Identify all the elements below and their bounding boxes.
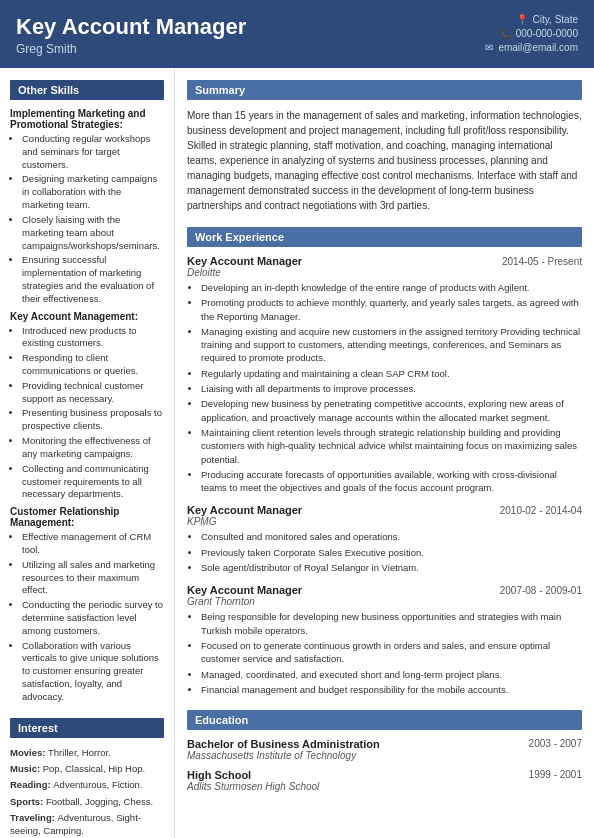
list-item: Conducting regular workshops and seminar…: [22, 133, 164, 171]
interest-music: Music: Pop, Classical, Hip Hop.: [10, 762, 164, 775]
job-dates-3: 2007-08 - 2009-01: [500, 585, 582, 596]
job-title-2: Key Account Manager: [187, 504, 302, 516]
edu-header-2: High School 1999 - 2001: [187, 769, 582, 781]
job-company-1: Deloitte: [187, 267, 582, 278]
interest-traveling: Traveling: Adventurous, Sight-seeing, Ca…: [10, 811, 164, 838]
email-icon: ✉: [485, 42, 493, 53]
candidate-name: Greg Smith: [16, 42, 246, 56]
list-item: Promoting products to achieve monthly, q…: [201, 296, 582, 323]
list-item: Collaboration with various verticals to …: [22, 640, 164, 704]
interest-value: Pop, Classical, Hip Hop.: [43, 763, 145, 774]
list-item: Ensuring successful implementation of ma…: [22, 254, 164, 305]
summary-heading: Summary: [187, 80, 582, 100]
edu-dates-2: 1999 - 2001: [529, 769, 582, 781]
interest-sports: Sports: Football, Jogging, Chess.: [10, 795, 164, 808]
other-skills-heading: Other Skills: [10, 80, 164, 100]
phone-text: 000-000-0000: [516, 28, 578, 39]
other-skills-section: Other Skills Implementing Marketing and …: [10, 80, 164, 704]
contact-email: ✉ email@email.com: [485, 42, 578, 53]
location-icon: 📍: [516, 14, 528, 25]
header-left: Key Account Manager Greg Smith: [16, 14, 246, 56]
skills-sub-1: Implementing Marketing and Promotional S…: [10, 108, 164, 130]
list-item: Effective management of CRM tool.: [22, 531, 164, 557]
list-item: Being responsible for developing new bus…: [201, 610, 582, 637]
job-title-3: Key Account Manager: [187, 584, 302, 596]
job-dates-2: 2010-02 - 2014-04: [500, 505, 582, 516]
list-item: Producing accurate forecasts of opportun…: [201, 468, 582, 495]
contact-phone: 📞 000-000-0000: [499, 28, 578, 39]
interest-label: Music:: [10, 763, 43, 774]
header-right: 📍 City, State 📞 000-000-0000 ✉ email@ema…: [485, 14, 578, 53]
job-bullets-2: Consulted and monitored sales and operat…: [187, 530, 582, 574]
education-heading: Education: [187, 710, 582, 730]
list-item: Utilizing all sales and marketing resour…: [22, 559, 164, 597]
skills-list-3: Effective management of CRM tool. Utiliz…: [10, 531, 164, 704]
location-text: City, State: [533, 14, 578, 25]
list-item: Previously taken Corporate Sales Executi…: [201, 546, 582, 559]
interest-heading: Interest: [10, 718, 164, 738]
interest-value: Thriller, Horror.: [48, 747, 111, 758]
list-item: Collecting and communicating customer re…: [22, 463, 164, 501]
job-entry-1: Key Account Manager 2014-05 - Present De…: [187, 255, 582, 494]
summary-section: Summary More than 15 years in the manage…: [187, 80, 582, 213]
email-text: email@email.com: [498, 42, 578, 53]
list-item: Monitoring the effectiveness of any mark…: [22, 435, 164, 461]
edu-dates-1: 2003 - 2007: [529, 738, 582, 750]
edu-degree-1: Bachelor of Business Administration: [187, 738, 380, 750]
edu-entry-2: High School 1999 - 2001 Adlits Sturmosen…: [187, 769, 582, 792]
job-title-1: Key Account Manager: [187, 255, 302, 267]
list-item: Focused on to generate continuous growth…: [201, 639, 582, 666]
skills-sub-2: Key Account Management:: [10, 311, 164, 322]
edu-school-2: Adlits Sturmosen High School: [187, 781, 582, 792]
interest-value: Football, Jogging, Chess.: [46, 796, 153, 807]
list-item: Conducting the periodic survey to determ…: [22, 599, 164, 637]
list-item: Closely liaising with the marketing team…: [22, 214, 164, 252]
summary-text: More than 15 years in the management of …: [187, 108, 582, 213]
list-item: Maintaining client retention levels thro…: [201, 426, 582, 466]
interest-label: Reading:: [10, 779, 53, 790]
job-entry-3: Key Account Manager 2007-08 - 2009-01 Gr…: [187, 584, 582, 696]
list-item: Designing marketing campaigns in collabo…: [22, 173, 164, 211]
interest-section: Interest Movies: Thriller, Horror. Music…: [10, 718, 164, 838]
skills-sub-3: Customer Relationship Management:: [10, 506, 164, 528]
interest-label: Sports:: [10, 796, 46, 807]
list-item: Sole agent/distributor of Royal Selangor…: [201, 561, 582, 574]
job-company-3: Grant Thornton: [187, 596, 582, 607]
list-item: Regularly updating and maintaining a cle…: [201, 367, 582, 380]
job-header-3: Key Account Manager 2007-08 - 2009-01: [187, 584, 582, 596]
interest-label: Movies:: [10, 747, 48, 758]
list-item: Developing new business by penetrating c…: [201, 397, 582, 424]
job-header-1: Key Account Manager 2014-05 - Present: [187, 255, 582, 267]
job-dates-1: 2014-05 - Present: [502, 256, 582, 267]
list-item: Consulted and monitored sales and operat…: [201, 530, 582, 543]
phone-icon: 📞: [499, 28, 511, 39]
list-item: Managed, coordinated, and executed short…: [201, 668, 582, 681]
list-item: Presenting business proposals to prospec…: [22, 407, 164, 433]
list-item: Financial management and budget responsi…: [201, 683, 582, 696]
header: Key Account Manager Greg Smith 📍 City, S…: [0, 0, 594, 68]
edu-header-1: Bachelor of Business Administration 2003…: [187, 738, 582, 750]
resume-wrapper: Key Account Manager Greg Smith 📍 City, S…: [0, 0, 594, 838]
edu-school-1: Massachusetts Institute of Technology: [187, 750, 582, 761]
list-item: Responding to client communications or q…: [22, 352, 164, 378]
list-item: Providing technical customer support as …: [22, 380, 164, 406]
list-item: Managing existing and acquire new custom…: [201, 325, 582, 365]
job-bullets-3: Being responsible for developing new bus…: [187, 610, 582, 696]
skills-list-2: Introduced new products to existing cust…: [10, 325, 164, 502]
list-item: Introduced new products to existing cust…: [22, 325, 164, 351]
job-title: Key Account Manager: [16, 14, 246, 40]
job-company-2: KPMG: [187, 516, 582, 527]
interest-reading: Reading: Adventurous, Fiction.: [10, 778, 164, 791]
list-item: Liaising with all departments to improve…: [201, 382, 582, 395]
experience-section: Work Experience Key Account Manager 2014…: [187, 227, 582, 696]
experience-heading: Work Experience: [187, 227, 582, 247]
list-item: Developing an in-depth knowledge of the …: [201, 281, 582, 294]
body-layout: Other Skills Implementing Marketing and …: [0, 68, 594, 838]
job-entry-2: Key Account Manager 2010-02 - 2014-04 KP…: [187, 504, 582, 574]
education-section: Education Bachelor of Business Administr…: [187, 710, 582, 792]
contact-location: 📍 City, State: [516, 14, 578, 25]
job-bullets-1: Developing an in-depth knowledge of the …: [187, 281, 582, 494]
right-column: Summary More than 15 years in the manage…: [175, 68, 594, 838]
left-column: Other Skills Implementing Marketing and …: [0, 68, 175, 838]
interest-label: Traveling:: [10, 812, 58, 823]
